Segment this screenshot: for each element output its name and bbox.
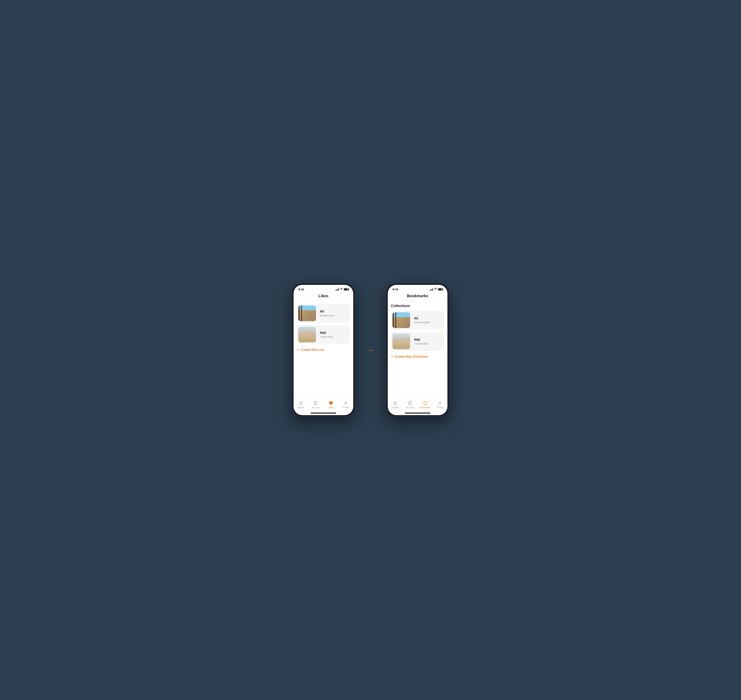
list-item-text-all-1: All 18 liked trips xyxy=(318,310,350,317)
explore-icon-2 xyxy=(393,401,398,406)
phone-bookmarks: 9:41 xyxy=(386,283,449,417)
list-item-title-italy-1: Italy xyxy=(320,331,348,334)
list-item-image-all-1 xyxy=(298,306,316,321)
nav-profile-1[interactable]: Profile xyxy=(338,401,353,409)
nav-mytrips-2[interactable]: My Trips xyxy=(403,401,418,409)
nav-profile-2[interactable]: Profile xyxy=(433,401,448,409)
bookmarks-icon-2 xyxy=(423,401,427,406)
page-content-2: Collections All 18 bookmarks xyxy=(388,301,448,399)
nav-explore-1[interactable]: Explore xyxy=(293,401,308,409)
nav-mytrips-label-1: My Trips xyxy=(312,406,320,409)
list-item-subtitle-all-1: 18 liked trips xyxy=(320,314,348,317)
phone-likes-inner: 9:41 xyxy=(293,285,353,415)
create-new-collection-button[interactable]: + Create New Collection xyxy=(391,353,428,360)
phone-likes: 9:41 xyxy=(292,283,355,417)
signal-icon-2 xyxy=(430,288,433,291)
page-title-1: Likes xyxy=(293,292,353,301)
list-item-text-all-2: All 18 bookmarks xyxy=(412,317,444,324)
page-content-1: All 18 liked trips Italy 4 liked trips xyxy=(293,301,353,399)
status-bar-2: 9:41 xyxy=(388,285,448,292)
profile-icon-1 xyxy=(343,401,348,406)
status-time-1: 9:41 xyxy=(298,288,304,291)
svg-marker-1 xyxy=(300,402,302,404)
list-item-subtitle-italy-1: 4 liked trips xyxy=(320,335,348,338)
nav-bookmarks-label-2: Bookmarks xyxy=(420,406,430,409)
page-title-2: Bookmarks xyxy=(388,292,448,301)
plus-icon-2: + xyxy=(391,355,393,359)
list-item-all-2[interactable]: All 18 bookmarks xyxy=(391,311,444,329)
list-item-image-all-2 xyxy=(392,312,410,328)
list-item-image-italy-2 xyxy=(392,334,410,349)
list-item-title-all-2: All xyxy=(414,317,442,320)
battery-icon-2 xyxy=(438,288,443,291)
list-item-title-all-1: All xyxy=(320,310,348,313)
status-icons-2 xyxy=(430,288,443,291)
nav-mytrips-label-2: My Trips xyxy=(406,406,414,409)
profile-icon-2 xyxy=(438,401,442,406)
mytrips-icon-2 xyxy=(408,401,412,406)
create-new-list-button[interactable]: + Create New List xyxy=(297,346,324,353)
nav-profile-label-2: Profile xyxy=(437,406,443,409)
wifi-icon-1 xyxy=(340,288,343,291)
nav-profile-label-1: Profile xyxy=(343,406,349,409)
svg-point-5 xyxy=(439,402,440,403)
svg-point-2 xyxy=(345,402,346,403)
nav-likes-1[interactable]: Likes xyxy=(323,401,338,409)
collections-label: Collections xyxy=(391,304,444,308)
status-bar-1: 9:41 xyxy=(293,285,353,292)
svg-marker-4 xyxy=(395,402,396,404)
scene: 9:41 xyxy=(292,283,449,417)
bottom-nav-2: Explore My Trips xyxy=(388,399,448,413)
list-item-text-italy-2: Italy 4 bookmarks xyxy=(412,338,444,345)
create-new-collection-label: Create New Collection xyxy=(395,355,428,359)
list-item-subtitle-all-2: 18 bookmarks xyxy=(414,321,442,324)
nav-explore-2[interactable]: Explore xyxy=(388,401,403,409)
status-icons-1 xyxy=(335,288,349,291)
nav-explore-label-1: Explore xyxy=(297,406,305,409)
nav-bookmarks-2[interactable]: Bookmarks xyxy=(418,401,433,409)
list-item-image-italy-1 xyxy=(298,326,316,342)
mytrips-icon-1 xyxy=(314,401,318,406)
battery-icon-1 xyxy=(344,288,349,291)
signal-icon-1 xyxy=(335,288,339,291)
nav-explore-label-2: Explore xyxy=(392,406,399,409)
bottom-nav-1: Explore My Trips xyxy=(293,399,353,413)
explore-icon-1 xyxy=(299,401,303,406)
create-new-list-label: Create New List xyxy=(301,348,324,351)
nav-mytrips-1[interactable]: My Trips xyxy=(308,401,323,409)
status-time-2: 9:41 xyxy=(392,288,398,291)
nav-likes-label-1: Likes xyxy=(328,406,333,409)
list-item-title-italy-2: Italy xyxy=(414,338,442,341)
home-indicator-2 xyxy=(405,413,430,413)
arrow-icon: → xyxy=(367,346,374,354)
list-item-subtitle-italy-2: 4 bookmarks xyxy=(414,342,442,345)
home-indicator-1 xyxy=(311,413,336,413)
list-item-all-1[interactable]: All 18 liked trips xyxy=(297,304,350,323)
transition-arrow: → xyxy=(367,346,374,354)
likes-icon-1 xyxy=(329,401,333,406)
list-item-italy-1[interactable]: Italy 4 liked trips xyxy=(297,325,350,344)
wifi-icon-2 xyxy=(434,288,437,291)
phone-bookmarks-inner: 9:41 xyxy=(388,285,448,415)
plus-icon-1: + xyxy=(297,348,299,352)
list-item-italy-2[interactable]: Italy 4 bookmarks xyxy=(391,332,444,351)
list-item-text-italy-1: Italy 4 liked trips xyxy=(318,331,350,338)
